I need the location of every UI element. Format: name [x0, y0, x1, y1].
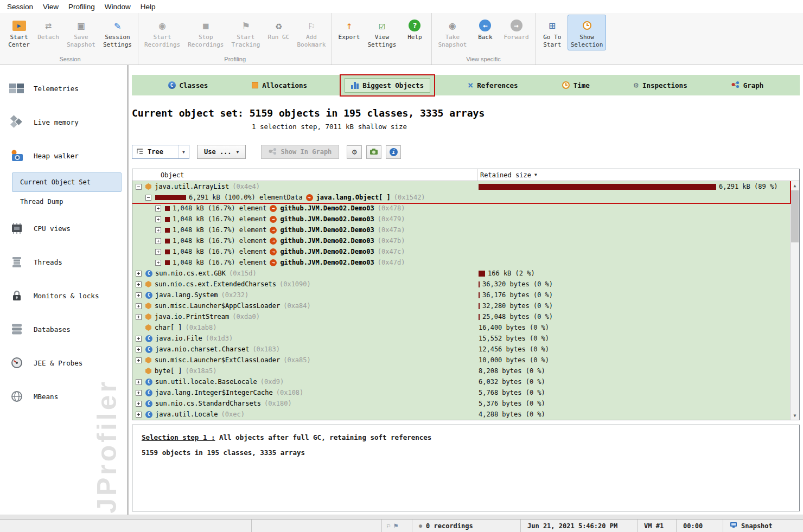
tree-row[interactable]: sun.misc.Launcher$ExtClassLoader(0xa85)1… — [132, 355, 799, 366]
table-header: Object Retained size ▼ — [132, 169, 799, 181]
scroll-up-icon[interactable]: ▲ — [791, 181, 799, 190]
object-name: java.util.ArrayList — [155, 183, 229, 190]
vertical-scrollbar[interactable]: ▲ ▼ — [790, 181, 799, 420]
expand-icon[interactable] — [136, 271, 142, 277]
tree-row[interactable]: java.io.PrintStream(0xda0)25,048 bytes (… — [132, 311, 799, 322]
sidebar-item-heap-walker[interactable]: Heap walker — [0, 139, 127, 172]
class-icon: C — [145, 346, 152, 353]
tree-row[interactable]: 1,048 kB (16.7%) element→github.JVM.Demo… — [132, 257, 799, 268]
show-selection-button[interactable]: ShowSelection — [568, 15, 607, 50]
tab-inspections[interactable]: ⚙ Inspections — [627, 78, 694, 93]
back-button[interactable]: ←Back — [471, 15, 499, 43]
sidebar-item-live-memory[interactable]: Live memory — [0, 105, 127, 139]
sidebar-item-cpu-views[interactable]: CPU views — [0, 211, 127, 245]
tab-classes[interactable]: C Classes — [162, 78, 215, 93]
settings-button[interactable]: ⚙ — [347, 145, 362, 159]
tab-label: Classes — [180, 81, 208, 89]
export-button[interactable]: ↑Export — [335, 15, 363, 43]
expand-icon[interactable] — [136, 357, 142, 363]
tree-row[interactable]: sun.misc.Launcher$AppClassLoader(0xa84)3… — [132, 300, 799, 311]
toolbar-button-label: AddBookmark — [297, 34, 326, 49]
tree-row[interactable]: Cjava.lang.Integer$IntegerCache(0x108)5,… — [132, 387, 799, 398]
expand-icon[interactable] — [136, 314, 142, 320]
scrollbar-thumb[interactable] — [791, 190, 799, 242]
sidebar-item-jee-probes[interactable]: JEE & Probes — [0, 346, 127, 380]
object-icon — [145, 313, 151, 320]
tree-row[interactable]: char[ ](0x1ab8)16,400 bytes (0 %) — [132, 322, 799, 333]
use-button[interactable]: Use ... ▼ — [197, 145, 246, 159]
help-button[interactable]: ?Help — [400, 15, 429, 43]
sidebar-item-databases[interactable]: Databases — [0, 312, 127, 346]
retained-size-label: 16,400 bytes (0 %) — [479, 324, 549, 331]
detach-button: ⇄Detach — [34, 15, 62, 43]
class-icon: C — [145, 292, 152, 299]
go-to-start-button[interactable]: ⊞Go ToStart — [538, 15, 566, 50]
expand-icon[interactable] — [155, 249, 161, 255]
camera-button[interactable] — [366, 145, 381, 159]
tree-row[interactable]: Cjava.io.File(0x1d3)15,552 bytes (0 %) — [132, 333, 799, 344]
tree-row[interactable]: Csun.util.locale.BaseLocale(0xd9)6,032 b… — [132, 376, 799, 387]
tree-row[interactable]: Csun.nio.cs.ext.GBK(0x15d)166 kB (2 %) — [132, 268, 799, 279]
tree-row[interactable]: Cjava.lang.System(0x232)36,176 bytes (0 … — [132, 290, 799, 300]
sidebar-item-current-object-set[interactable]: Current Object Set — [12, 172, 122, 192]
selection-step-link[interactable]: Selection step 1 : — [142, 433, 215, 441]
tree-row[interactable]: 1,048 kB (16.7%) element→github.JVM.Demo… — [132, 203, 799, 214]
detach-icon: ⇄ — [45, 17, 52, 34]
tree-row[interactable]: Cjava.nio.charset.Charset(0x183)12,456 b… — [132, 344, 799, 355]
column-header-object[interactable]: Object — [132, 169, 477, 181]
tree-row[interactable]: sun.nio.cs.ext.ExtendedCharsets(0x1090)3… — [132, 279, 799, 290]
expand-icon[interactable] — [136, 292, 142, 298]
collapse-icon[interactable] — [145, 195, 151, 201]
tab-allocations[interactable]: Allocations — [245, 78, 314, 93]
expand-icon[interactable] — [155, 227, 161, 233]
view-mode-select[interactable]: Tree ▼ — [132, 145, 189, 159]
sidebar-item-threads[interactable]: Threads — [0, 245, 127, 279]
tree-row[interactable]: Csun.nio.cs.StandardCharsets(0x180)5,376… — [132, 398, 799, 409]
tab-references[interactable]: × References — [461, 78, 525, 93]
expand-icon[interactable] — [136, 390, 142, 396]
tree-row[interactable]: byte[ ](0x18a5)8,208 bytes (0 %) — [132, 366, 799, 376]
expand-icon[interactable] — [136, 412, 142, 418]
pin-icon[interactable]: ⚐ — [386, 522, 391, 530]
tab-graph[interactable]: Graph — [725, 78, 770, 93]
retained-size-label: 15,552 bytes (0 %) — [479, 335, 549, 342]
flag-icon[interactable]: ⚑ — [394, 522, 398, 530]
tab-time[interactable]: Time — [556, 78, 596, 93]
size-label: 1,048 kB (16.7%) element — [173, 215, 266, 223]
menu-session[interactable]: Session — [2, 1, 38, 12]
tree-row[interactable]: 1,048 kB (16.7%) element→github.JVM.Demo… — [132, 214, 799, 225]
tree-row[interactable]: 1,048 kB (16.7%) element→github.JVM.Demo… — [132, 246, 799, 257]
tree-row[interactable]: java.util.ArrayList(0x4e4)6,291 kB (89 %… — [132, 181, 799, 192]
expand-icon[interactable] — [136, 281, 142, 287]
expand-icon[interactable] — [136, 401, 142, 407]
expand-icon[interactable] — [136, 347, 142, 352]
expand-icon[interactable] — [136, 379, 142, 385]
sidebar-item-thread-dump[interactable]: Thread Dump — [12, 192, 122, 211]
menu-profiling[interactable]: Profiling — [63, 1, 100, 12]
tree-row[interactable]: 6,291 kB (100.0%) elementData→java.lang.… — [132, 192, 799, 203]
tree-row[interactable]: 1,048 kB (16.7%) element→github.JVM.Demo… — [132, 225, 799, 235]
view-settings-button[interactable]: ☑ViewSettings — [364, 15, 399, 50]
info-button[interactable]: i — [386, 145, 401, 159]
expand-icon[interactable] — [155, 216, 161, 222]
sidebar-item-monitors-locks[interactable]: Monitors & locks — [0, 279, 127, 312]
sidebar-item-telemetries[interactable]: Telemetries — [0, 72, 127, 105]
menu-view[interactable]: View — [38, 1, 63, 12]
column-header-retained[interactable]: Retained size ▼ — [477, 171, 799, 179]
collapse-icon[interactable] — [136, 184, 142, 190]
expand-icon[interactable] — [136, 303, 142, 309]
tree-row[interactable]: Cjava.util.Locale(0xec)4,288 bytes (0 %) — [132, 409, 799, 420]
menu-window[interactable]: Window — [100, 1, 136, 12]
expand-icon[interactable] — [136, 336, 142, 342]
tree-row[interactable]: 1,048 kB (16.7%) element→github.JVM.Demo… — [132, 235, 799, 246]
retained-size-label: 6,032 bytes (0 %) — [479, 378, 545, 386]
menu-help[interactable]: Help — [136, 1, 161, 12]
expand-icon[interactable] — [155, 206, 161, 211]
tab-biggest-objects[interactable]: Biggest Objects — [345, 78, 430, 93]
expand-icon[interactable] — [155, 238, 161, 244]
retained-size-label: 5,376 bytes (0 %) — [479, 400, 545, 407]
scroll-down-icon[interactable]: ▼ — [791, 411, 799, 420]
start-center-button[interactable]: ▶StartCenter — [5, 15, 33, 50]
session-settings-button[interactable]: ✎SessionSettings — [100, 15, 135, 50]
expand-icon[interactable] — [155, 260, 161, 266]
